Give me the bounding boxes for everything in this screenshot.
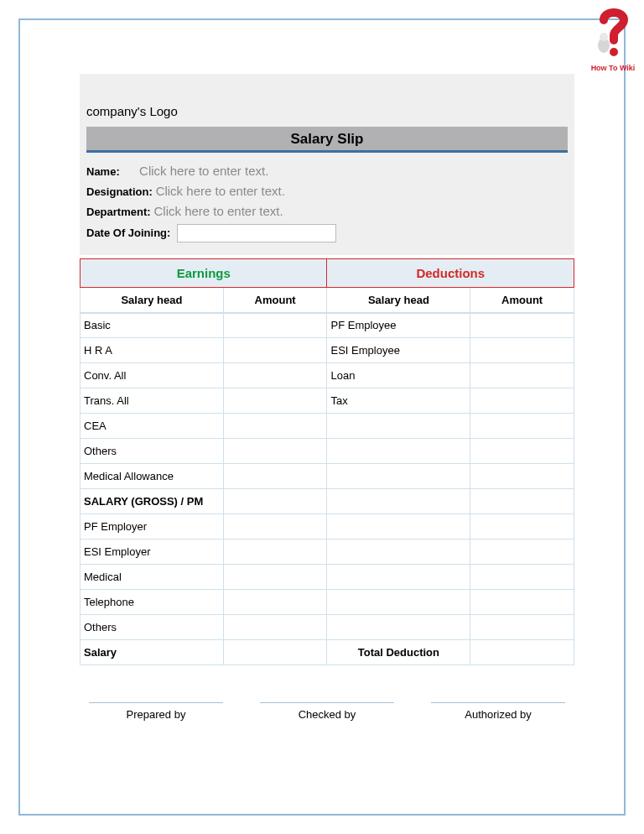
table-cell[interactable]: Basic <box>80 313 224 338</box>
table-cell[interactable] <box>223 640 327 665</box>
name-label: Name: <box>86 165 120 178</box>
earnings-header: Earnings <box>80 259 327 288</box>
table-cell[interactable] <box>223 338 327 363</box>
checked-by-label: Checked by <box>299 708 356 721</box>
table-cell[interactable] <box>327 439 470 464</box>
company-logo-text: company's Logo <box>86 104 568 118</box>
table-cell[interactable]: Conv. All <box>80 363 224 388</box>
table-cell[interactable]: SALARY (GROSS) / PM <box>80 489 224 514</box>
prepared-by-label: Prepared by <box>127 708 186 721</box>
table-cell[interactable] <box>223 590 327 615</box>
table-cell[interactable] <box>470 514 574 539</box>
table-cell[interactable] <box>223 388 327 414</box>
table-cell[interactable]: ESI Employee <box>327 338 470 363</box>
earn-amount-label: Amount <box>223 288 327 313</box>
table-cell[interactable] <box>470 615 574 640</box>
how-to-wiki-logo: How To Wiki <box>589 7 637 76</box>
doj-input[interactable] <box>177 224 336 242</box>
table-cell[interactable] <box>470 539 574 565</box>
earn-head-label: Salary head <box>80 288 224 313</box>
designation-label: Designation: <box>86 185 153 198</box>
table-cell[interactable] <box>223 313 327 338</box>
table-cell[interactable] <box>470 439 574 464</box>
table-cell[interactable] <box>470 565 574 590</box>
authorized-by-label: Authorized by <box>465 708 532 721</box>
svg-point-2 <box>600 33 608 41</box>
table-cell[interactable] <box>223 489 327 514</box>
table-cell[interactable] <box>470 338 574 363</box>
table-cell[interactable]: Total Deduction <box>327 640 470 665</box>
table-cell[interactable]: H R A <box>80 338 224 363</box>
table-cell[interactable] <box>327 539 470 565</box>
svg-point-0 <box>610 48 618 56</box>
table-cell[interactable] <box>223 539 327 565</box>
logo-caption: How To Wiki <box>589 64 637 72</box>
table-cell[interactable] <box>470 388 574 414</box>
doj-label: Date Of Joining: <box>86 227 170 239</box>
table-cell[interactable]: Tax <box>327 388 470 414</box>
table-cell[interactable] <box>470 489 574 514</box>
ded-head-label: Salary head <box>327 288 470 313</box>
salary-table: Earnings Deductions Salary head Amount S… <box>80 258 574 665</box>
table-cell[interactable] <box>223 439 327 464</box>
table-cell[interactable] <box>327 565 470 590</box>
table-cell[interactable]: Others <box>80 615 224 640</box>
prepared-by: Prepared by <box>86 702 226 721</box>
table-cell[interactable] <box>223 363 327 388</box>
table-cell[interactable] <box>470 414 574 439</box>
ded-amount-label: Amount <box>470 288 574 313</box>
table-cell[interactable] <box>470 363 574 388</box>
table-cell[interactable] <box>327 464 470 489</box>
authorized-by: Authorized by <box>428 702 568 721</box>
table-cell[interactable]: Others <box>80 439 224 464</box>
table-cell[interactable]: PF Employer <box>80 514 224 539</box>
table-cell[interactable]: Medical <box>80 565 224 590</box>
table-cell[interactable]: ESI Employer <box>80 539 224 565</box>
table-cell[interactable] <box>327 514 470 539</box>
table-cell[interactable] <box>470 590 574 615</box>
table-cell[interactable]: CEA <box>80 414 224 439</box>
table-cell[interactable] <box>327 615 470 640</box>
department-label: Department: <box>86 206 151 218</box>
table-cell[interactable] <box>470 640 574 665</box>
table-cell[interactable] <box>223 464 327 489</box>
signatures-row: Prepared by Checked by Authorized by <box>80 702 574 721</box>
table-cell[interactable] <box>470 313 574 338</box>
table-cell[interactable] <box>327 414 470 439</box>
table-cell[interactable]: Loan <box>327 363 470 388</box>
designation-input[interactable]: Click here to enter text. <box>156 184 285 198</box>
table-cell[interactable] <box>470 464 574 489</box>
table-cell[interactable] <box>223 615 327 640</box>
table-cell[interactable]: PF Employee <box>327 313 470 338</box>
deductions-header: Deductions <box>327 259 574 288</box>
table-cell[interactable] <box>327 590 470 615</box>
name-input[interactable]: Click here to enter text. <box>139 164 268 178</box>
table-cell[interactable]: Medical Allowance <box>80 464 224 489</box>
title-bar: Salary Slip <box>86 127 568 153</box>
table-cell[interactable]: Telephone <box>80 590 224 615</box>
department-input[interactable]: Click here to enter text. <box>153 204 283 218</box>
checked-by: Checked by <box>257 702 397 721</box>
header-block: company's Logo Salary Slip Name: Click h… <box>80 74 574 255</box>
table-cell[interactable]: Salary <box>80 640 224 665</box>
table-cell[interactable] <box>327 489 470 514</box>
table-cell[interactable] <box>223 514 327 539</box>
table-cell[interactable] <box>223 414 327 439</box>
table-cell[interactable] <box>223 565 327 590</box>
table-cell[interactable]: Trans. All <box>80 388 224 414</box>
